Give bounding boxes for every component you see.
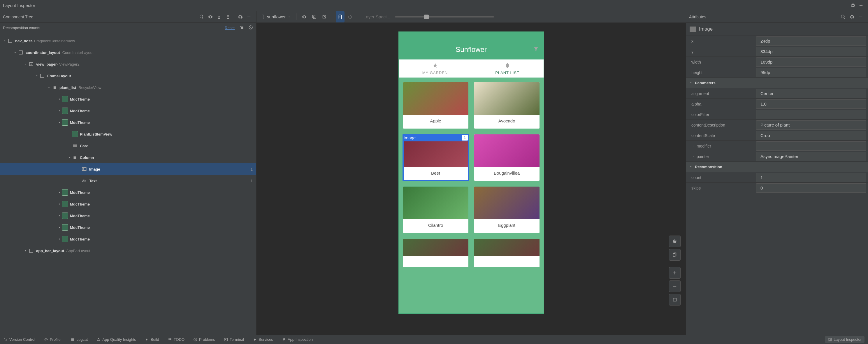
attr-value[interactable]: 169dp xyxy=(756,57,866,67)
tree-row[interactable]: AbText1 xyxy=(0,175,256,187)
attr-section-recomposition[interactable]: Recomposition xyxy=(686,161,868,172)
export-icon[interactable] xyxy=(320,11,329,23)
tree-row[interactable]: Image1 xyxy=(0,163,256,175)
tree-row[interactable]: FrameLayout xyxy=(0,70,256,82)
plant-card[interactable] xyxy=(403,239,468,267)
tree-arrow-icon[interactable] xyxy=(46,86,51,89)
tree-row[interactable]: MdcTheme xyxy=(0,187,256,198)
tree-row[interactable]: view_pager - ViewPager2 xyxy=(0,58,256,70)
gear-icon[interactable] xyxy=(847,11,856,23)
collapse-panel-icon[interactable] xyxy=(856,11,865,23)
tree-arrow-icon[interactable] xyxy=(23,62,28,66)
minimize-icon[interactable] xyxy=(857,0,865,11)
attr-value[interactable]: 95dp xyxy=(756,68,866,77)
attr-value[interactable]: 0 xyxy=(756,183,866,193)
live-updates-icon[interactable] xyxy=(336,11,344,23)
attr-section-parameters[interactable]: Parameters xyxy=(686,77,868,88)
tab-my-garden[interactable]: MY GARDEN xyxy=(399,60,471,77)
zoom-out-icon[interactable] xyxy=(669,280,681,292)
filter-icon[interactable] xyxy=(533,45,539,54)
bottom-tab[interactable]: Problems xyxy=(193,337,215,342)
tree-row[interactable]: MdcTheme xyxy=(0,105,256,117)
tree-arrow-icon[interactable] xyxy=(13,51,18,54)
bottom-tab[interactable]: TODO xyxy=(168,337,185,342)
collapse-all-icon[interactable] xyxy=(223,11,232,23)
tree-row[interactable]: Column xyxy=(0,152,256,163)
tree-arrow-icon[interactable] xyxy=(57,109,62,113)
tree-arrow-icon[interactable] xyxy=(23,249,28,252)
device-selector[interactable]: sunflower xyxy=(259,14,292,19)
tree-arrow-icon[interactable] xyxy=(57,237,62,241)
plant-card[interactable]: Cilantro xyxy=(403,187,468,233)
tree-arrow-icon[interactable] xyxy=(57,214,62,217)
component-tree[interactable]: nav_host - FragmentContainerViewcoordina… xyxy=(0,33,256,335)
overlay-icon[interactable] xyxy=(310,11,318,23)
tree-row[interactable]: plant_list - RecyclerView xyxy=(0,82,256,93)
search-icon[interactable] xyxy=(197,11,206,23)
layer-spacing-slider[interactable] xyxy=(395,16,494,18)
bottom-tab[interactable]: Version Control xyxy=(3,337,35,342)
gear-icon[interactable] xyxy=(849,0,857,11)
tree-row[interactable]: coordinator_layout - CoordinatorLayout xyxy=(0,46,256,58)
collapse-panel-icon[interactable] xyxy=(245,11,253,23)
tree-arrow-icon[interactable] xyxy=(57,121,62,124)
eye-icon[interactable] xyxy=(206,11,215,23)
refresh-icon[interactable] xyxy=(346,11,354,23)
tree-arrow-icon[interactable] xyxy=(2,39,7,42)
tree-arrow-icon[interactable] xyxy=(57,202,62,206)
chevron-right-icon[interactable] xyxy=(691,144,695,148)
tree-arrow-icon[interactable] xyxy=(57,226,62,229)
tree-row[interactable]: MdcTheme xyxy=(0,210,256,222)
mode-3d-icon[interactable] xyxy=(669,249,681,261)
bottom-tab[interactable]: Build xyxy=(145,337,159,342)
tree-row[interactable]: MdcTheme xyxy=(0,93,256,105)
view-options-gear-icon[interactable] xyxy=(236,11,245,23)
tree-row[interactable]: app_bar_layout - AppBarLayout xyxy=(0,245,256,256)
preview-canvas[interactable]: Sunflower MY GARDEN PLANT LIST App xyxy=(256,23,686,335)
plant-card[interactable]: Bougainvillea xyxy=(474,134,539,181)
tree-row[interactable]: nav_host - FragmentContainerView xyxy=(0,35,256,46)
attr-value[interactable]: AsyncImagePainter xyxy=(756,152,866,161)
eye-icon[interactable] xyxy=(300,11,309,23)
plant-card[interactable]: Eggplant xyxy=(474,187,539,233)
search-icon[interactable] xyxy=(839,11,847,23)
disable-icon[interactable] xyxy=(248,25,253,31)
plant-card[interactable] xyxy=(474,239,539,267)
bottom-tab[interactable]: Profiler xyxy=(44,337,62,342)
plant-card[interactable]: Image1Beet xyxy=(403,134,468,181)
zoom-in-icon[interactable] xyxy=(669,267,681,279)
tree-row[interactable]: MdcTheme xyxy=(0,222,256,233)
tree-arrow-icon[interactable] xyxy=(57,191,62,194)
bottom-tab[interactable]: App Quality Insights xyxy=(96,337,136,342)
attr-value[interactable] xyxy=(756,110,866,119)
tree-row[interactable]: MdcTheme xyxy=(0,233,256,245)
plant-card[interactable]: Avocado xyxy=(474,82,539,129)
bottom-tab[interactable]: Terminal xyxy=(224,337,244,342)
attr-value[interactable]: Picture of plant xyxy=(756,120,866,130)
chevron-right-icon[interactable] xyxy=(691,155,695,158)
bottom-tab-active[interactable]: Layout Inspector xyxy=(825,336,865,343)
tab-plant-list[interactable]: PLANT LIST xyxy=(471,60,544,77)
pan-tool-icon[interactable] xyxy=(669,236,681,247)
bottom-tab[interactable]: App Inspection xyxy=(282,337,313,342)
attr-value[interactable]: 334dp xyxy=(756,47,866,56)
attr-value[interactable]: 1.0 xyxy=(756,99,866,109)
tree-row[interactable]: Card xyxy=(0,140,256,152)
attr-value[interactable]: 1 xyxy=(756,173,866,182)
tree-row[interactable]: MdcTheme xyxy=(0,198,256,210)
bottom-tab[interactable]: Services xyxy=(253,337,273,342)
attr-value[interactable]: 24dp xyxy=(756,36,866,46)
plant-card[interactable]: Apple xyxy=(403,82,468,129)
reset-link[interactable]: Reset xyxy=(225,26,235,30)
copy-icon[interactable] xyxy=(239,25,245,31)
tree-row[interactable]: PlantListItemView xyxy=(0,128,256,140)
tree-row[interactable]: MdcTheme xyxy=(0,117,256,128)
tree-arrow-icon[interactable] xyxy=(57,97,62,101)
tree-arrow-icon[interactable] xyxy=(67,156,72,159)
bottom-tab[interactable]: Logcat xyxy=(70,337,88,342)
tree-arrow-icon[interactable] xyxy=(34,74,39,77)
attr-value[interactable]: Center xyxy=(756,89,866,98)
expand-all-icon[interactable] xyxy=(215,11,223,23)
zoom-fit-icon[interactable] xyxy=(669,294,681,306)
attr-value[interactable]: Crop xyxy=(756,131,866,140)
